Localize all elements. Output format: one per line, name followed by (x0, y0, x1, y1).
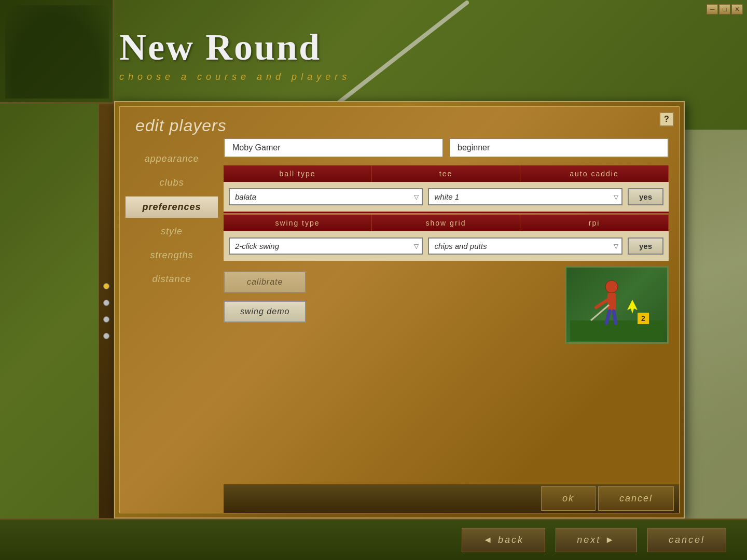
calibrate-button[interactable]: calibrate (224, 271, 306, 293)
left-action-buttons: calibrate swing demo (224, 266, 306, 344)
nav-dot-2 (103, 300, 109, 306)
dialog-inner: ? edit players appearance clubs preferen… (119, 106, 680, 513)
minimize-button[interactable]: ─ (707, 4, 718, 15)
settings-separator (224, 212, 669, 213)
ball-type-wrapper: balata (229, 188, 423, 205)
swing-type-select[interactable]: 2-click swing (229, 237, 423, 255)
rpi-cell: yes (628, 237, 663, 255)
player-name-input[interactable] (224, 138, 444, 158)
header-show-grid: show grid (372, 215, 520, 231)
player-inputs (224, 138, 669, 158)
settings-header-row2: swing type show grid rpi (224, 215, 669, 231)
help-button[interactable]: ? (659, 112, 674, 127)
page-title: New Round (119, 26, 747, 69)
settings-block-row1: ball type tee auto caddie balata (224, 165, 669, 213)
svg-marker-9 (627, 300, 638, 314)
swing-type-wrapper: 2-click swing (229, 237, 423, 255)
tee-select[interactable]: white 1 (428, 188, 622, 205)
tee-wrapper: white 1 (428, 188, 622, 205)
tree-silhouette (5, 5, 109, 99)
settings-data-row2: 2-click swing chips and putts yes (224, 231, 669, 261)
auto-caddie-cell: yes (628, 188, 663, 205)
dialog-content: ball type tee auto caddie balata (224, 138, 669, 482)
ball-type-select[interactable]: balata (229, 188, 423, 205)
cancel-button[interactable]: cancel (647, 528, 726, 552)
close-button[interactable]: ✕ (731, 4, 743, 15)
nav-dot-1 (103, 283, 109, 289)
top-left-panel (0, 0, 114, 104)
dialog-bottom-bar: ok cancel (224, 484, 679, 513)
show-grid-wrapper: chips and putts (428, 237, 622, 255)
back-button[interactable]: ◄ back (462, 528, 545, 552)
nav-item-preferences[interactable]: preferences (125, 196, 218, 218)
title-area: New Round choose a course and players (119, 26, 747, 82)
ball-type-dropdown-arrow: balata (229, 188, 423, 205)
dialog-cancel-button[interactable]: cancel (598, 486, 674, 511)
svg-point-3 (605, 281, 618, 293)
golf-figure-svg: 2 (570, 269, 663, 341)
rpi-button[interactable]: yes (628, 237, 663, 255)
next-button[interactable]: next ► (556, 528, 637, 552)
show-grid-select[interactable]: chips and putts (428, 237, 622, 255)
nav-item-distance[interactable]: distance (125, 269, 218, 290)
side-nav (99, 104, 114, 519)
dialog-nav: appearance clubs preferences style stren… (125, 148, 218, 290)
dialog-title: edit players (135, 116, 227, 135)
auto-caddie-button[interactable]: yes (628, 188, 663, 205)
header-auto-caddie: auto caddie (520, 165, 669, 182)
nav-item-strengths[interactable]: strengths (125, 245, 218, 266)
tee-dropdown-arrow: white 1 (428, 188, 622, 205)
lower-controls: calibrate swing demo (224, 266, 669, 344)
header-tee: tee (372, 165, 520, 182)
swing-video-preview: 2 (565, 266, 669, 344)
swing-type-dropdown-arrow: 2-click swing (229, 237, 423, 255)
video-preview-inner: 2 (566, 268, 667, 342)
settings-header-row1: ball type tee auto caddie (224, 165, 669, 182)
maximize-button[interactable]: □ (719, 4, 730, 15)
nav-dot-4 (103, 333, 109, 339)
swing-demo-button[interactable]: swing demo (224, 301, 306, 323)
window-controls: ─ □ ✕ (707, 4, 743, 15)
nav-item-style[interactable]: style (125, 221, 218, 242)
settings-block-row2: swing type show grid rpi 2-click swing (224, 215, 669, 261)
svg-line-8 (614, 311, 616, 323)
header-ball-type: ball type (224, 165, 372, 182)
nav-item-clubs[interactable]: clubs (125, 172, 218, 193)
settings-data-row1: balata white 1 yes (224, 182, 669, 212)
svg-text:2: 2 (641, 314, 645, 323)
header-rpi: rpi (520, 215, 669, 231)
edit-players-dialog: ? edit players appearance clubs preferen… (114, 101, 685, 519)
nav-dot-3 (103, 316, 109, 323)
bottom-nav-bar: ◄ back next ► cancel (0, 519, 747, 560)
player-skill-input[interactable] (449, 138, 669, 158)
page-subtitle: choose a course and players (119, 72, 747, 82)
nav-item-appearance[interactable]: appearance (125, 148, 218, 170)
show-grid-dropdown-arrow: chips and putts (428, 237, 622, 255)
ok-button[interactable]: ok (541, 486, 596, 511)
header-swing-type: swing type (224, 215, 372, 231)
